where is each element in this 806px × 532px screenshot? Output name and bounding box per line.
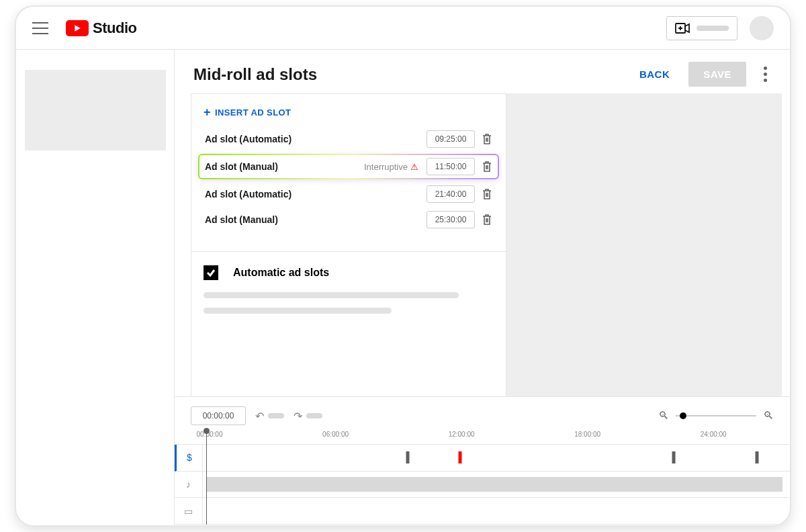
- delete-icon[interactable]: [482, 214, 492, 226]
- logo[interactable]: Studio: [66, 19, 136, 37]
- avatar[interactable]: [750, 16, 774, 40]
- timeline-tick: 12:00:00: [449, 431, 475, 438]
- ad-slot-row[interactable]: Ad slot (Automatic)09:25:00: [204, 126, 494, 152]
- plus-icon: +: [204, 106, 211, 118]
- ad-slot-time-input[interactable]: 25:30:00: [427, 211, 475, 228]
- ad-marker[interactable]: [756, 451, 759, 463]
- redo-button[interactable]: ↷: [294, 410, 322, 423]
- timeline-tick: 18:00:00: [574, 431, 600, 438]
- timeline-tick: 06:00:00: [322, 431, 349, 438]
- ad-marker[interactable]: [672, 451, 676, 463]
- back-button[interactable]: BACK: [639, 69, 670, 80]
- ad-slot-time-input[interactable]: 09:25:00: [427, 130, 475, 148]
- create-button[interactable]: [666, 16, 737, 40]
- timeline-track-audio[interactable]: [203, 472, 790, 498]
- placeholder-line: [204, 308, 392, 314]
- ad-slot-time-input[interactable]: 11:50:00: [427, 158, 475, 175]
- timeline-tick: 24:00:00: [701, 431, 727, 438]
- ad-slot-name: Ad slot (Manual): [205, 161, 364, 172]
- timeline-tick: 00:00:00: [197, 431, 223, 438]
- insert-label: INSERT AD SLOT: [215, 107, 291, 118]
- zoom-in-icon[interactable]: 🔍︎: [763, 410, 774, 422]
- create-video-icon: [675, 23, 690, 34]
- timeline-track-video[interactable]: [203, 498, 790, 525]
- ad-slot-name: Ad slot (Manual): [205, 214, 427, 225]
- ad-marker[interactable]: [459, 451, 462, 463]
- delete-icon[interactable]: [482, 188, 492, 200]
- automatic-ad-slots-checkbox[interactable]: [204, 265, 218, 280]
- placeholder-line: [697, 26, 729, 31]
- track-ads[interactable]: $: [175, 445, 203, 472]
- more-menu[interactable]: [760, 62, 771, 86]
- youtube-icon: [66, 20, 89, 36]
- ad-slot-row[interactable]: Ad slot (Manual)Interruptive ⚠11:50:00: [198, 154, 499, 179]
- delete-icon[interactable]: [482, 133, 492, 145]
- track-video[interactable]: ▭: [175, 498, 203, 525]
- page-title: Mid-roll ad slots: [193, 65, 639, 84]
- delete-icon[interactable]: [482, 161, 492, 173]
- track-audio[interactable]: ♪: [175, 472, 203, 498]
- zoom-out-icon[interactable]: 🔍︎: [658, 410, 669, 422]
- warning-icon: ⚠: [410, 162, 418, 172]
- automatic-ad-slots-label: Automatic ad slots: [233, 267, 329, 279]
- video-thumbnail[interactable]: [25, 70, 166, 150]
- timeline-track-ads[interactable]: [203, 445, 790, 472]
- save-button[interactable]: SAVE: [688, 62, 746, 87]
- playhead[interactable]: [206, 431, 207, 525]
- ad-slot-name: Ad slot (Automatic): [205, 134, 427, 144]
- zoom-slider[interactable]: [676, 415, 756, 416]
- timeline-time-input[interactable]: 00:00:00: [191, 406, 246, 425]
- audio-clip[interactable]: [206, 477, 782, 492]
- ad-slot-name: Ad slot (Automatic): [205, 189, 427, 200]
- preview-pane: [506, 93, 782, 396]
- ad-slot-tag: Interruptive ⚠: [364, 162, 418, 172]
- ad-marker[interactable]: [406, 451, 409, 463]
- ad-slot-time-input[interactable]: 21:40:00: [427, 185, 475, 203]
- hamburger-menu[interactable]: [32, 22, 48, 34]
- insert-ad-slot-button[interactable]: + INSERT AD SLOT: [204, 106, 291, 118]
- placeholder-line: [204, 292, 459, 298]
- undo-button[interactable]: ↶: [255, 410, 284, 423]
- ad-slot-row[interactable]: Ad slot (Manual)25:30:00: [204, 207, 494, 232]
- sidebar: [16, 50, 175, 525]
- logo-text: Studio: [93, 19, 136, 37]
- ad-slot-row[interactable]: Ad slot (Automatic)21:40:00: [204, 181, 494, 207]
- timeline-ruler[interactable]: 00:00:0006:00:0012:00:0018:00:0024:00:00: [210, 431, 776, 444]
